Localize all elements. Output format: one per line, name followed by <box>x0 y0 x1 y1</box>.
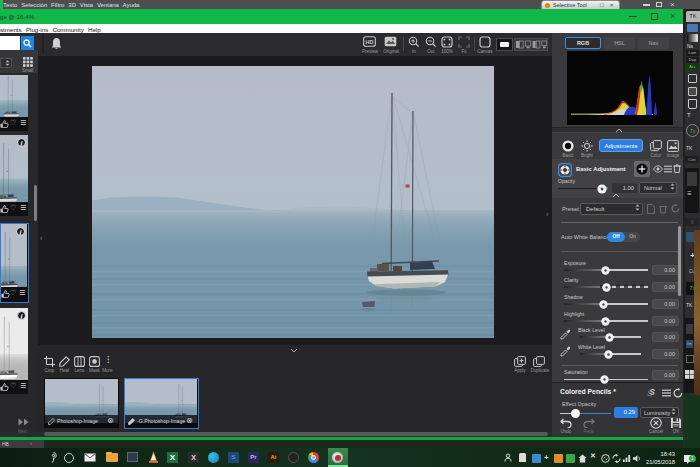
svg-text:HD: HD <box>366 39 374 45</box>
